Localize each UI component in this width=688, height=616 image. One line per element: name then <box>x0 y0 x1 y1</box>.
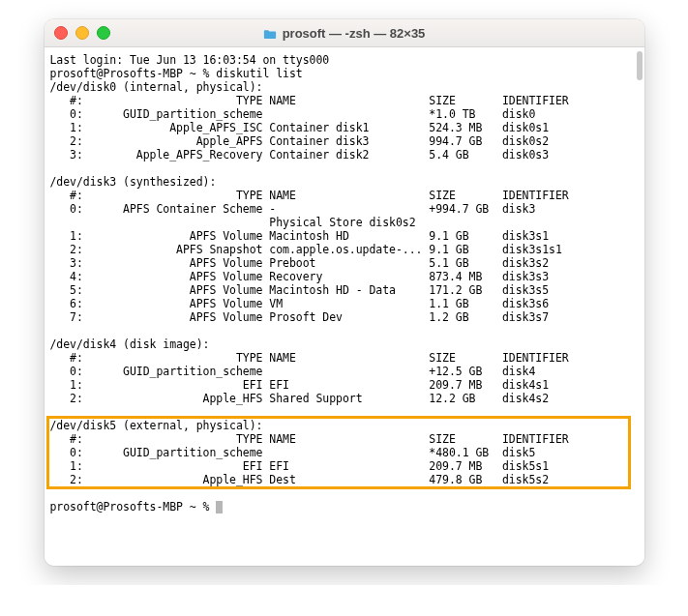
minimize-icon[interactable] <box>75 26 89 40</box>
terminal-line: 2: Apple_APFS Container disk3 994.7 GB d… <box>50 134 550 148</box>
terminal-line: 2: APFS Snapshot com.apple.os.update-...… <box>50 243 562 256</box>
terminal-line: prosoft@Prosofts-MBP ~ % diskutil list <box>50 67 303 80</box>
terminal-line: 3: Apple_APFS_Recovery Container disk2 5… <box>50 148 550 161</box>
terminal-line: 4: APFS Volume Recovery 873.4 MB disk3s3 <box>50 270 550 283</box>
close-icon[interactable] <box>54 26 68 40</box>
terminal-line: #: TYPE NAME SIZE IDENTIFIER <box>50 189 569 202</box>
terminal-line: 1: EFI EFI 209.7 MB disk5s1 <box>50 459 550 473</box>
window-title: prosoft — -zsh — 82×35 <box>45 26 644 41</box>
terminal-line: #: TYPE NAME SIZE IDENTIFIER <box>50 351 569 365</box>
terminal-line: 2: Apple_HFS Dest 479.8 GB disk5s2 <box>50 473 550 486</box>
cursor-icon <box>216 501 223 513</box>
terminal-line: 1: EFI EFI 209.7 MB disk4s1 <box>50 378 550 392</box>
terminal-line: Last login: Tue Jun 13 16:03:54 on ttys0… <box>50 53 330 67</box>
terminal-line: 6: APFS Volume VM 1.1 GB disk3s6 <box>50 297 550 310</box>
terminal-line: 1: Apple_APFS_ISC Container disk1 524.3 … <box>50 121 550 134</box>
terminal-line: prosoft@Prosofts-MBP ~ % <box>50 500 217 513</box>
terminal-line: 0: GUID_partition_scheme *1.0 TB disk0 <box>50 107 536 121</box>
terminal-line: Physical Store disk0s2 <box>50 216 502 229</box>
terminal-line: #: TYPE NAME SIZE IDENTIFIER <box>50 432 569 446</box>
titlebar[interactable]: prosoft — -zsh — 82×35 <box>45 19 644 47</box>
terminal-content[interactable]: Last login: Tue Jun 13 16:03:54 on ttys0… <box>45 47 644 566</box>
terminal-line: /dev/disk5 (external, physical): <box>50 419 263 432</box>
terminal-line: 0: GUID_partition_scheme +12.5 GB disk4 <box>50 365 536 378</box>
traffic-lights <box>54 26 110 40</box>
terminal-line: #: TYPE NAME SIZE IDENTIFIER <box>50 94 569 107</box>
terminal-line: 3: APFS Volume Preboot 5.1 GB disk3s2 <box>50 256 550 270</box>
terminal-line: 2: Apple_HFS Shared Support 12.2 GB disk… <box>50 392 550 405</box>
terminal-line: 0: APFS Container Scheme - +994.7 GB dis… <box>50 202 536 216</box>
zoom-icon[interactable] <box>97 26 110 40</box>
scrollbar[interactable] <box>637 51 643 80</box>
terminal-line: /dev/disk0 (internal, physical): <box>50 80 263 94</box>
terminal-line: 0: GUID_partition_scheme *480.1 GB disk5 <box>50 446 536 459</box>
terminal-line: /dev/disk4 (disk image): <box>50 337 210 351</box>
terminal-line: 1: APFS Volume Macintosh HD 9.1 GB disk3… <box>50 229 550 243</box>
terminal-line: /dev/disk3 (synthesized): <box>50 175 217 189</box>
folder-icon <box>263 28 277 39</box>
terminal-line: 5: APFS Volume Macintosh HD - Data 171.2… <box>50 283 550 297</box>
terminal-output: Last login: Tue Jun 13 16:03:54 on ttys0… <box>50 53 639 513</box>
window-title-text: prosoft — -zsh — 82×35 <box>283 26 426 41</box>
terminal-window: prosoft — -zsh — 82×35 Last login: Tue J… <box>45 19 644 566</box>
terminal-line: 7: APFS Volume Prosoft Dev 1.2 GB disk3s… <box>50 310 550 324</box>
